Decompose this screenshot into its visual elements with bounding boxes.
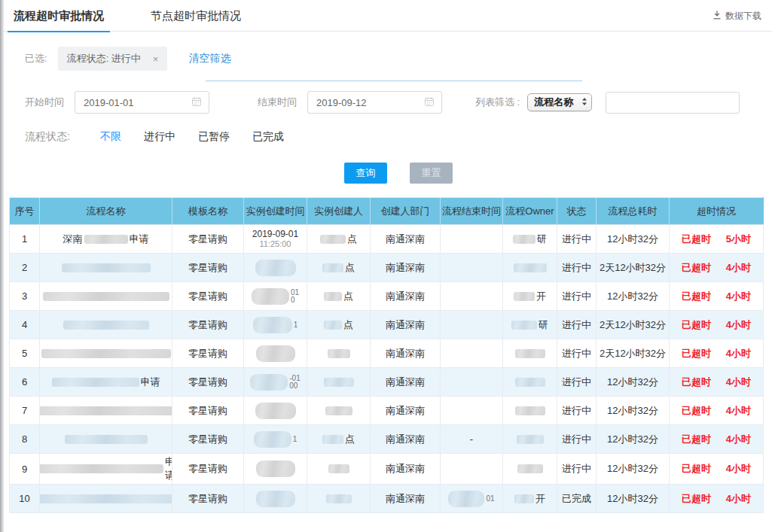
- table-row: 1深南申请零星请购2019-09-0111:25:00点南通深南研进行中12小时…: [10, 225, 764, 254]
- table-body: 1深南申请零星请购2019-09-0111:25:00点南通深南研进行中12小时…: [10, 225, 764, 513]
- cell-owner: 开: [503, 485, 557, 513]
- reset-button[interactable]: 重置: [410, 163, 453, 184]
- cell-creator: 点: [307, 311, 371, 339]
- download-button[interactable]: 数据下载: [712, 0, 761, 32]
- start-date-field[interactable]: [75, 91, 209, 114]
- cell-department: 南通深南: [371, 254, 441, 282]
- redacted-text: [517, 464, 543, 473]
- redacted-text: [256, 491, 295, 507]
- cell-department: 南通深南: [371, 311, 441, 339]
- cell-end-time: [441, 225, 503, 254]
- cell-department: 南通深南: [371, 454, 441, 485]
- cell-created-time: [244, 339, 307, 368]
- cell-created-time: 1: [244, 311, 307, 339]
- cell-index: 10: [10, 485, 40, 513]
- start-date-input[interactable]: [82, 96, 180, 109]
- cell-owner: [503, 454, 557, 485]
- overtime-flag: 已超时: [682, 375, 711, 389]
- cell-duration: 12小时32分: [597, 225, 670, 254]
- cell-created-time: [244, 254, 307, 282]
- cell-created-time: -0100: [244, 368, 307, 397]
- cell-owner: 研: [503, 225, 557, 254]
- cell-process-name: [40, 339, 172, 368]
- overtime-hours: 4小时: [726, 462, 751, 476]
- redacted-text: [84, 235, 128, 244]
- list-filter-label: 列表筛选 :: [475, 96, 520, 109]
- table-header-cell: 模板名称: [172, 198, 244, 225]
- cell-owner: [503, 425, 557, 454]
- search-button[interactable]: 查询: [344, 163, 387, 184]
- table-header-cell: 超时情况: [670, 198, 764, 225]
- approval-table-wrap: 序号流程名称模板名称实例创建时间实例创建人创建人部门流程结束时间流程Owner状…: [9, 197, 763, 513]
- redacted-text: [513, 235, 536, 244]
- overtime-hours: 4小时: [726, 347, 751, 360]
- list-filter-select[interactable]: 流程名称: [527, 93, 592, 111]
- cell-overtime: 已超时4小时: [670, 454, 764, 485]
- cell-overtime: 已超时4小时: [670, 425, 764, 454]
- overtime-hours: 4小时: [726, 404, 751, 418]
- tab-node-timeout[interactable]: 节点超时审批情况: [151, 0, 241, 32]
- cell-creator: [307, 454, 371, 485]
- clear-filters-link[interactable]: 清空筛选: [188, 52, 230, 65]
- end-date-field[interactable]: [307, 91, 442, 114]
- cell-template: 零星请购: [172, 311, 244, 339]
- status-option-3[interactable]: 已暂停: [198, 130, 230, 144]
- table-header-cell: 状态: [557, 198, 597, 225]
- cell-overtime: 已超时5小时: [670, 225, 764, 254]
- cell-status: 进行中: [557, 425, 597, 454]
- cell-creator: 点: [307, 282, 371, 311]
- table-row: 7零星请购南通深南进行中12小时32分已超时4小时: [10, 397, 764, 425]
- cell-index: 3: [10, 282, 40, 311]
- end-date-input[interactable]: [315, 96, 413, 109]
- redacted-text: [256, 461, 295, 477]
- tab-process-timeout[interactable]: 流程超时审批情况: [14, 0, 104, 32]
- cell-department: 南通深南: [371, 368, 441, 397]
- cell-created-time: [244, 454, 307, 485]
- cell-index: 7: [10, 397, 40, 425]
- overtime-hours: 4小时: [726, 492, 751, 506]
- cell-process-name: [40, 397, 172, 425]
- redacted-text: [40, 494, 172, 503]
- cell-status: 进行中: [557, 339, 597, 368]
- cell-end-time: [441, 368, 503, 397]
- cell-duration: 12小时32分: [597, 425, 670, 454]
- cell-duration: 12小时32分: [597, 282, 670, 311]
- redacted-text: [515, 378, 545, 387]
- cell-status: 进行中: [557, 454, 597, 485]
- cell-owner: [503, 368, 557, 397]
- cell-overtime: 已超时4小时: [670, 368, 764, 397]
- redacted-text: [252, 288, 289, 305]
- keyword-input[interactable]: [606, 92, 740, 114]
- redacted-text: [320, 235, 346, 244]
- cell-creator: 点: [307, 225, 371, 254]
- cell-index: 1: [10, 225, 40, 254]
- status-option-2[interactable]: 进行中: [144, 130, 175, 144]
- filter-panel: 已选: 流程状态: 进行中 × 清空筛选 开始时间 结束时间: [0, 47, 772, 184]
- end-date-label: 结束时间: [258, 96, 297, 109]
- cell-duration: 2天12小时32分: [597, 339, 670, 368]
- cell-process-name: [40, 485, 172, 513]
- overtime-hours: 4小时: [726, 290, 751, 303]
- calendar-icon: [191, 96, 202, 109]
- table-header-cell: 序号: [10, 198, 40, 225]
- cell-end-time: [441, 397, 503, 425]
- cell-created-time: [244, 397, 307, 425]
- table-header-cell: 实例创建人: [307, 198, 371, 225]
- overtime-flag: 已超时: [682, 347, 711, 360]
- cell-template: 零星请购: [172, 397, 244, 425]
- overtime-hours: 4小时: [726, 375, 751, 389]
- cell-index: 6: [10, 368, 40, 397]
- cell-index: 4: [10, 311, 40, 339]
- cell-creator: [307, 339, 371, 368]
- table-row: 6申请零星请购-0100南通深南进行中12小时32分已超时4小时: [10, 368, 764, 397]
- status-option-1[interactable]: 不限: [100, 130, 121, 144]
- cell-owner: 研: [503, 311, 557, 339]
- cell-created-time: 1: [244, 425, 307, 454]
- status-option-4[interactable]: 已完成: [252, 130, 284, 144]
- table-row: 10零星请购南通深南01开已完成12小时32分已超时4小时: [10, 485, 764, 513]
- redacted-text: [62, 263, 151, 272]
- tag-close-icon[interactable]: ×: [153, 53, 159, 65]
- redacted-text: [256, 345, 295, 362]
- redacted-text: [40, 406, 172, 415]
- cell-template: 零星请购: [172, 454, 244, 485]
